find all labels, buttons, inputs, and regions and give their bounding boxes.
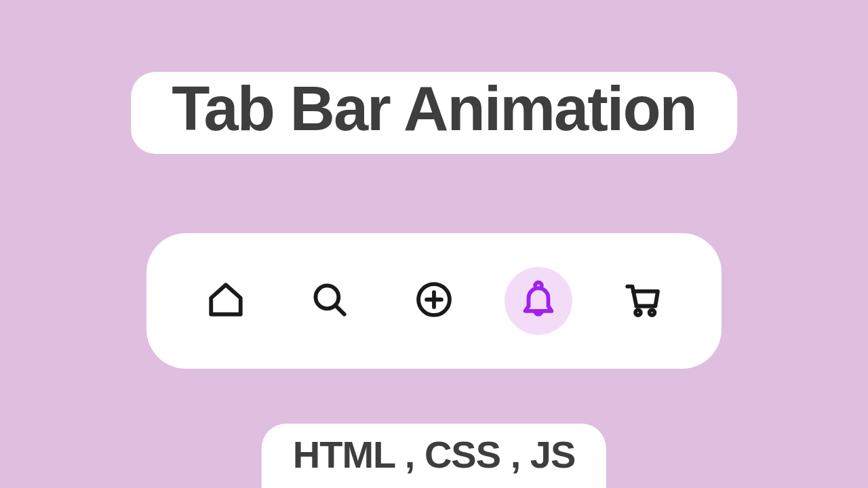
tab-notifications[interactable] [505,267,572,335]
tech-label: HTML , CSS , JS [293,433,575,476]
page-title: Tab Bar Animation [172,76,696,142]
tab-home[interactable] [192,267,260,335]
plus-circle-icon [414,280,454,322]
cart-icon [623,280,662,322]
title-pill: Tab Bar Animation [131,72,737,154]
home-icon [206,280,245,322]
svg-line-1 [336,305,344,314]
tech-pill: HTML , CSS , JS [262,424,606,488]
tab-add[interactable] [400,267,468,335]
tab-cart[interactable] [608,267,676,335]
svg-point-5 [635,310,641,315]
search-icon [310,280,349,322]
svg-point-6 [650,310,655,315]
tab-search[interactable] [296,267,363,335]
bell-icon [519,280,558,322]
tab-bar [146,233,722,369]
